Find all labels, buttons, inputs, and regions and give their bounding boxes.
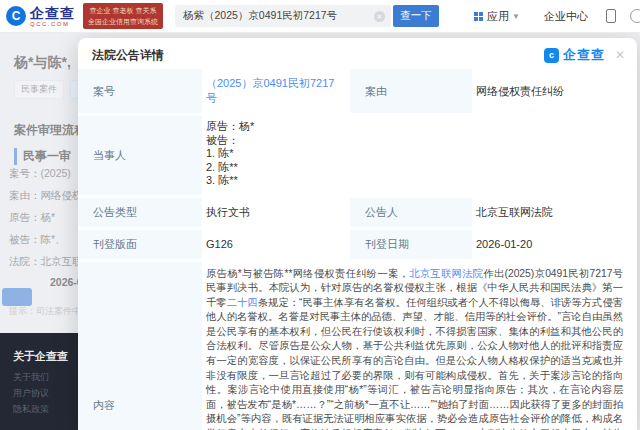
court-link[interactable]: 北京互联网法院: [409, 268, 483, 279]
qcc-brand-icon: c: [544, 48, 559, 63]
user-avatar-icon[interactable]: [630, 9, 640, 23]
mobile-app-icon[interactable]: [606, 9, 616, 23]
announcer-value: 北京互联网法院: [472, 198, 637, 227]
modal-title: 法院公告详情: [92, 47, 164, 64]
page-footer: 关于企查查 关于我们 用户协议 隐私政策: [0, 333, 80, 430]
promo-line1: 查企业 查老板 查关系: [88, 5, 158, 16]
footer-link-terms[interactable]: 用户协议: [13, 387, 49, 400]
parties-value: 原告：杨* 被告： 1. 陈* 2. 陈** 3. 陈**: [202, 116, 637, 195]
search-input[interactable]: [181, 9, 374, 23]
apps-grid-icon: [474, 12, 483, 21]
content-value: 原告杨*与被告陈**网络侵权责任纠纷一案，北京互联网法院作出(2025)京049…: [202, 262, 637, 430]
table-row: 当事人 原告：杨* 被告： 1. 陈* 2. 陈** 3. 陈**: [78, 116, 637, 195]
label-case-no: 案号: [78, 69, 202, 113]
party-defendant-1: 1. 陈*: [206, 147, 627, 161]
party-plaintiff: 原告：杨*: [206, 120, 627, 134]
court-announcement-modal: 法院公告详情 c 企查查 ✕ 案号 （2025）京0491民初7217号 案由 …: [78, 38, 637, 430]
promo-badge: 查企业 查老板 查关系 全国企业信用查询系统: [83, 3, 163, 29]
content-p3: 条规定：“民事主体享有名誉权。任何组织或者个人不得以侮辱、诽谤等方式侵害他人的名…: [206, 297, 623, 430]
label-notice-type: 公告类型: [78, 198, 202, 227]
table-row: 公告类型 执行文书 公告人 北京互联网法院: [78, 198, 637, 227]
qcc-logo-text-block: 企查查 QCC.COM: [30, 6, 75, 27]
qcc-logo-icon: C: [6, 6, 26, 26]
top-navbar: C 企查查 QCC.COM 查企业 查老板 查关系 全国企业信用查询系统 ✕ 查…: [0, 0, 640, 33]
apps-menu[interactable]: 应用 ▼: [474, 9, 520, 24]
chevron-down-icon: ▼: [512, 12, 520, 21]
notice-type-value: 执行文书: [202, 198, 350, 227]
table-row: 内容 原告杨*与被告陈**网络侵权责任纠纷一案，北京互联网法院作出(2025)京…: [78, 262, 637, 430]
topbar-right-group: 应用 ▼ 企业中心: [474, 9, 638, 24]
search-box: ✕: [175, 5, 391, 27]
content-p1: 原告杨*与被告陈**网络侵权责任纠纷一案，: [206, 268, 409, 279]
party-defendant-head: 被告：: [206, 134, 627, 148]
label-parties: 当事人: [78, 116, 202, 195]
table-row: 案号 （2025）京0491民初7217号 案由 网络侵权责任纠纷: [78, 69, 637, 113]
qcc-logo-text: 企查查: [30, 6, 75, 20]
party-defendant-2: 2. 陈**: [206, 161, 627, 175]
footer-link-about[interactable]: 关于我们: [13, 371, 49, 384]
footer-about-title: 关于企查查: [13, 349, 68, 364]
case-no-link[interactable]: （2025）京0491民初7217号: [206, 76, 340, 106]
modal-header: 法院公告详情 c 企查查 ✕: [78, 38, 637, 69]
apps-label: 应用: [487, 9, 509, 24]
label-publish-date: 刊登日期: [350, 230, 472, 259]
clear-search-icon[interactable]: ✕: [374, 11, 385, 22]
table-row: 刊登版面 G126 刊登日期 2026-01-20: [78, 230, 637, 259]
search-button[interactable]: 查一下: [393, 5, 439, 27]
qcc-logo[interactable]: C 企查查 QCC.COM: [6, 6, 75, 27]
qcc-brand-name: 企查查: [563, 46, 605, 64]
announcement-text: 原告杨*与被告陈**网络侵权责任纠纷一案，北京互联网法院作出(2025)京049…: [206, 267, 623, 430]
modal-brand: c 企查查: [544, 46, 605, 64]
label-announcer: 公告人: [350, 198, 472, 227]
law-article-highlight: 二十四: [227, 297, 258, 308]
promo-line2: 全国企业信用查询系统: [88, 16, 158, 27]
label-cause: 案由: [350, 69, 472, 113]
close-icon[interactable]: ✕: [615, 48, 625, 62]
footer-link-privacy[interactable]: 隐私政策: [13, 403, 49, 416]
publish-date-value: 2026-01-20: [472, 230, 637, 259]
qcc-logo-domain: QCC.COM: [30, 21, 75, 27]
party-defendant-3: 3. 陈**: [206, 174, 627, 188]
page-no-value: G126: [202, 230, 350, 259]
enterprise-center-link[interactable]: 企业中心: [544, 9, 588, 24]
cause-value: 网络侵权责任纠纷: [472, 69, 637, 113]
label-content: 内容: [78, 262, 202, 430]
label-page-no: 刊登版面: [78, 230, 202, 259]
